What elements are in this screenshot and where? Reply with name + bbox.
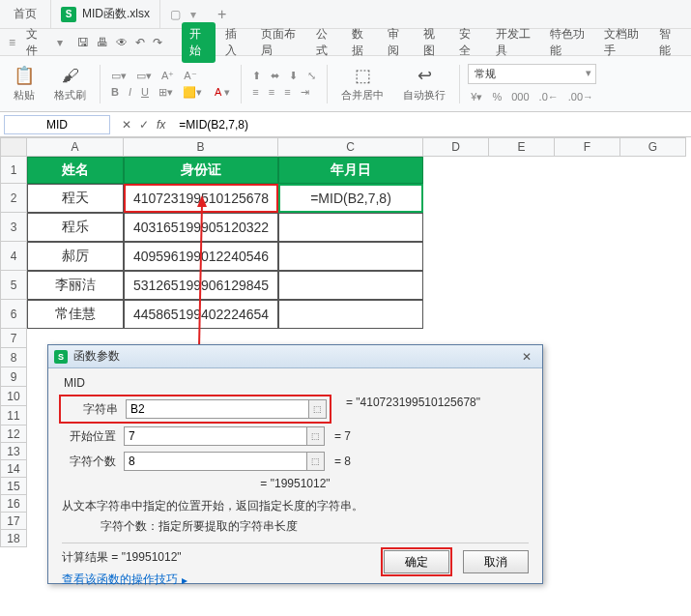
save-icon[interactable]: 🖫 [77,36,89,49]
currency[interactable]: ¥▾ [468,90,485,104]
font-dropdown[interactable]: ▭▾ [108,69,130,83]
tab-start[interactable]: 开始 [182,22,216,63]
formula-input[interactable] [173,116,691,133]
cell[interactable] [278,213,423,242]
tab-layout[interactable]: 页面布局 [253,22,305,63]
align-left[interactable]: ≡ [249,85,261,100]
row-header[interactable]: 7 [0,329,27,348]
header-id[interactable]: 身份证 [124,157,278,184]
font-color[interactable]: A▾ [209,85,233,100]
active-cell[interactable]: =MID(B2,7,8) [278,184,423,213]
paste-group[interactable]: 📋 粘贴 [8,65,41,103]
wrap-group[interactable]: ↩ 自动换行 [397,65,451,103]
col-header[interactable]: F [555,137,620,157]
row-header[interactable]: 10 [0,387,27,406]
home-tab[interactable]: 首页 [0,0,51,28]
cell[interactable] [278,300,423,329]
align-right[interactable]: ≡ [281,85,293,100]
row-header[interactable]: 8 [0,348,27,367]
tab-review[interactable]: 审阅 [380,22,414,63]
bold-button[interactable]: B [108,85,122,100]
dec-dec[interactable]: .00→ [565,90,596,104]
param2-input[interactable] [124,426,307,446]
percent[interactable]: % [489,90,504,104]
tab-smart[interactable]: 智能 [651,22,685,63]
tab-security[interactable]: 安全 [451,22,485,63]
cell[interactable]: 程天 [27,184,124,213]
cell[interactable] [278,271,423,300]
row-header[interactable]: 6 [0,300,27,329]
cell[interactable]: 李丽洁 [27,271,124,300]
format-painter[interactable]: 🖌 格式刷 [48,66,92,103]
row-header[interactable]: 17 [0,513,27,530]
col-header[interactable]: D [423,137,489,157]
new-tab-button[interactable]: + [206,6,238,23]
cell[interactable]: 445865199402224654 [124,300,278,329]
number-format[interactable]: 常规 [468,64,596,84]
fx-icon[interactable]: fx [157,118,165,132]
col-header[interactable]: E [489,137,555,157]
cell[interactable]: 403165199905120322 [124,213,278,242]
col-header[interactable]: B [124,137,278,157]
help-link[interactable]: 查看该函数的操作技巧 ▸ [62,572,187,588]
chevron-down-icon[interactable]: ▾ [54,34,66,51]
underline-button[interactable]: U [138,85,152,100]
row-header[interactable]: 3 [0,213,27,242]
ok-button[interactable]: 确定 [384,550,449,573]
tab-view[interactable]: 视图 [416,22,449,63]
size-dropdown[interactable]: ▭▾ [133,69,155,83]
cancel-button[interactable]: 取消 [463,550,529,573]
tab-data[interactable]: 数据 [344,22,378,63]
file-menu[interactable]: 文件 [22,26,50,59]
param1-input[interactable] [126,399,309,419]
fill-color[interactable]: 🟨▾ [180,85,205,100]
cell[interactable]: 常佳慧 [27,300,124,329]
align-mid[interactable]: ⬌ [268,69,282,83]
tab-special[interactable]: 特色功能 [542,22,594,63]
print-icon[interactable]: 🖶 [97,36,108,49]
align-center[interactable]: ≡ [266,85,277,100]
cell[interactable] [278,242,423,271]
dropdown-icon[interactable]: ▾ [190,8,196,21]
row-header[interactable]: 2 [0,184,27,213]
row-header[interactable]: 11 [0,406,27,425]
tab-formula[interactable]: 公式 [308,22,342,63]
cell[interactable]: 程乐 [27,213,124,242]
row-header[interactable]: 18 [0,530,27,547]
border-button[interactable]: ⊞▾ [156,85,176,100]
row-header[interactable]: 1 [0,157,27,184]
row-header[interactable]: 14 [0,460,27,478]
row-header[interactable]: 13 [0,443,27,460]
row-header[interactable]: 4 [0,242,27,271]
col-header[interactable]: A [27,137,124,157]
row-header[interactable]: 12 [0,425,27,443]
param3-input[interactable] [124,452,307,471]
redo-icon[interactable]: ↷ [153,36,162,49]
row-header[interactable]: 5 [0,271,27,300]
col-header[interactable]: C [278,137,423,157]
orient[interactable]: ⤡ [304,69,319,83]
name-box[interactable] [4,115,110,134]
cell[interactable]: 531265199906129845 [124,271,278,300]
cell[interactable]: 郝厉 [27,242,124,271]
select-all-corner[interactable] [0,137,27,157]
tab-insert[interactable]: 插入 [217,22,251,63]
file-tab[interactable]: S MID函数.xlsx [51,0,160,28]
header-date[interactable]: 年月日 [278,157,423,184]
col-header[interactable]: G [620,137,686,157]
row-header[interactable]: 15 [0,478,27,495]
doc-icon[interactable]: ▢ [170,8,181,21]
cell-b2[interactable]: 410723199510125678 [124,184,278,213]
preview-icon[interactable]: 👁 [116,36,128,49]
tab-dochelp[interactable]: 文档助手 [596,22,648,63]
accept-formula-icon[interactable]: ✓ [139,118,149,132]
row-header[interactable]: 9 [0,367,27,387]
dec-inc[interactable]: .0← [536,90,561,104]
decrease-font[interactable]: A⁻ [181,69,199,83]
italic-button[interactable]: I [126,85,134,100]
merge-group[interactable]: ⬚ 合并居中 [335,65,389,103]
close-icon[interactable]: ✕ [517,350,536,364]
align-top[interactable]: ⬆ [249,69,264,83]
align-bot[interactable]: ⬇ [286,69,301,83]
row-header[interactable]: 16 [0,495,27,513]
